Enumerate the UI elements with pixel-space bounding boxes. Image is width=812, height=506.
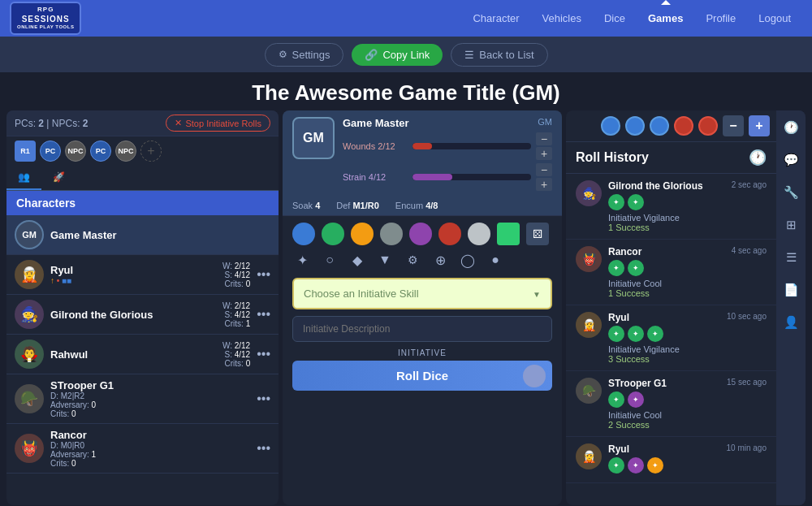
back-to-list-label: Back to List bbox=[479, 49, 533, 61]
roll-item-gilrond: 🧙 Gilrond the Glorious 2 sec ago ✦ ✦ Ini… bbox=[566, 174, 776, 240]
char-item-ryul[interactable]: 🧝 Ryul ↑ • ■■ W: 2/12 S: 4/12 Crits: 0 •… bbox=[6, 255, 279, 295]
initiative-skill-select[interactable]: Choose an Initiative Skill bbox=[294, 279, 551, 308]
sidebar-icon-user[interactable]: 👤 bbox=[780, 312, 801, 333]
wounds-controls: − + bbox=[536, 132, 552, 160]
char-item-rancor[interactable]: 👹 Rancor D: M0|R0 Adversary: 1 Crits: 0 … bbox=[6, 424, 279, 474]
ctrl-circle-blue-3[interactable] bbox=[650, 116, 669, 136]
dice-blue[interactable] bbox=[292, 223, 315, 245]
ryul2-roll-name: Ryul bbox=[608, 443, 629, 455]
sym-circle[interactable]: ○ bbox=[320, 250, 339, 270]
char-item-gm[interactable]: GM Game Master bbox=[6, 215, 279, 255]
dice-white[interactable] bbox=[468, 223, 490, 245]
sym-ellipse[interactable]: ◯ bbox=[458, 250, 477, 270]
tab-characters[interactable]: 👥 bbox=[6, 166, 41, 190]
token-r1[interactable]: R1 bbox=[15, 141, 36, 162]
token-npc-2[interactable]: NPC bbox=[115, 141, 136, 162]
def-stat: Def M1/R0 bbox=[336, 201, 379, 210]
roll-history-title: Roll History bbox=[576, 150, 649, 165]
sidebar-icon-grid[interactable]: ⊞ bbox=[780, 214, 801, 236]
main-layout: PCs: 2 | NPCs: 2 ✕ Stop Initiative Rolls… bbox=[6, 110, 806, 505]
roll-dice-button[interactable]: Roll Dice bbox=[292, 361, 552, 391]
nav-games[interactable]: Games bbox=[637, 0, 694, 37]
strain-minus[interactable]: − bbox=[536, 163, 552, 176]
nav-character[interactable]: Character bbox=[461, 0, 530, 37]
strooper-roll-info: STrooper G1 15 sec ago ✦ ✦ Initiative Co… bbox=[608, 378, 767, 430]
sym-triangle[interactable]: ▼ bbox=[375, 250, 395, 270]
nav-profile[interactable]: Profile bbox=[694, 0, 747, 37]
ryul-roll-time: 10 sec ago bbox=[727, 312, 767, 323]
initiative-desc-section bbox=[283, 313, 562, 345]
gm-badge: GM bbox=[538, 117, 552, 129]
sidebar-icon-history[interactable]: 🕐 bbox=[780, 117, 801, 138]
rancor-roll-type: Initiative Cool bbox=[608, 279, 767, 288]
copy-link-button[interactable]: 🔗 Copy Link bbox=[352, 44, 443, 66]
ryul-info: Ryul ↑ • ■■ bbox=[50, 264, 216, 285]
dice-extra[interactable] bbox=[497, 223, 520, 245]
nav-games-container: Games bbox=[637, 0, 694, 37]
ryul-roll-result: 3 Success bbox=[608, 354, 767, 364]
wounds-plus[interactable]: + bbox=[536, 147, 552, 160]
strain-plus[interactable]: + bbox=[536, 178, 552, 191]
rahwul-more[interactable]: ••• bbox=[257, 347, 270, 361]
gilrond-roll-info: Gilrond the Glorious 2 sec ago ✦ ✦ Initi… bbox=[608, 180, 767, 232]
ctrl-circle-blue-1[interactable] bbox=[601, 116, 620, 136]
dice-yellow[interactable] bbox=[351, 223, 374, 245]
gilrond-roll-time: 2 sec ago bbox=[732, 180, 767, 192]
sidebar-icon-tools[interactable]: 🔧 bbox=[780, 182, 801, 203]
rocket-icon: 🚀 bbox=[53, 171, 65, 183]
ryul-more[interactable]: ••• bbox=[257, 267, 270, 282]
nav-logout[interactable]: Logout bbox=[747, 0, 802, 37]
sym-diamond[interactable]: ◆ bbox=[348, 250, 367, 270]
token-row: R1 PC NPC PC NPC + bbox=[6, 136, 279, 166]
dice-purple[interactable] bbox=[409, 223, 432, 245]
right-panel: − + Roll History 🕐 🧙 Gilrond the Gloriou… bbox=[566, 110, 806, 505]
nav-dice[interactable]: Dice bbox=[593, 0, 637, 37]
char-item-gilrond[interactable]: 🧙 Gilrond the Glorious W: 2/12 S: 4/12 C… bbox=[6, 295, 279, 335]
wounds-minus[interactable]: − bbox=[536, 132, 552, 145]
token-npc-1[interactable]: NPC bbox=[65, 141, 86, 162]
sym-gear[interactable]: ⚙ bbox=[403, 250, 422, 270]
sidebar-icon-note[interactable]: 📄 bbox=[780, 279, 801, 301]
ctrl-plus-btn[interactable]: + bbox=[749, 115, 770, 136]
ryul-roll-name: Ryul bbox=[608, 312, 629, 323]
dice-red[interactable] bbox=[438, 223, 461, 245]
sidebar-icon-chat[interactable]: 💬 bbox=[780, 149, 801, 171]
ctrl-minus-btn[interactable]: − bbox=[723, 115, 744, 136]
ctrl-circle-red-1[interactable] bbox=[674, 116, 693, 136]
gilrond-dice-result: ✦ ✦ bbox=[608, 194, 767, 210]
sidebar-icon-list[interactable]: ☰ bbox=[780, 247, 801, 268]
sym-star[interactable]: ✦ bbox=[292, 250, 312, 270]
token-add[interactable]: + bbox=[140, 141, 162, 162]
ryul-avatar: 🧝 bbox=[15, 260, 44, 289]
initiative-description-input[interactable] bbox=[292, 316, 552, 342]
rancor-more[interactable]: ••• bbox=[257, 441, 270, 456]
ryul-name: Ryul bbox=[50, 264, 216, 276]
nav-vehicles[interactable]: Vehicles bbox=[531, 0, 593, 37]
sym-dot[interactable]: ● bbox=[486, 250, 505, 270]
dice-special-icon[interactable]: ⚄ bbox=[526, 223, 549, 245]
roll-history-icon[interactable]: 🕐 bbox=[749, 149, 767, 167]
tab-rocket[interactable]: 🚀 bbox=[41, 166, 76, 190]
stop-initiative-button[interactable]: ✕ Stop Initiative Rolls bbox=[166, 115, 270, 132]
roll-item-ryul2: 🧝 Ryul 10 min ago ✦ ✦ ✦ bbox=[566, 437, 776, 483]
settings-icon: ⚙ bbox=[279, 49, 287, 60]
ctrl-circle-red-2[interactable] bbox=[698, 116, 718, 136]
char-item-strooper[interactable]: 🪖 STrooper G1 D: M2|R2 Adversary: 0 Crit… bbox=[6, 374, 279, 424]
gilrond-roll-result: 1 Success bbox=[608, 223, 767, 232]
back-to-list-button[interactable]: ☰ Back to List bbox=[451, 43, 547, 67]
characters-header: Characters bbox=[6, 191, 279, 215]
gm-char-name: Game Master bbox=[50, 229, 117, 241]
initiative-label: INITIATIVE bbox=[292, 348, 552, 357]
roll-item-strooper: 🪖 STrooper G1 15 sec ago ✦ ✦ Initiative … bbox=[566, 371, 776, 437]
dice-gray[interactable] bbox=[380, 223, 403, 245]
settings-button[interactable]: ⚙ Settings bbox=[265, 43, 344, 67]
token-pc-2[interactable]: PC bbox=[90, 141, 111, 162]
roll-item-rancor: 👹 Rancor 4 sec ago ✦ ✦ Initiative Cool 1… bbox=[566, 240, 776, 305]
ctrl-circle-blue-2[interactable] bbox=[625, 116, 645, 136]
token-pc-1[interactable]: PC bbox=[40, 141, 61, 162]
strooper-more[interactable]: ••• bbox=[257, 391, 270, 406]
char-item-rahwul[interactable]: 🧛 Rahwul W: 2/12 S: 4/12 Crits: 0 ••• bbox=[6, 335, 279, 374]
gilrond-more[interactable]: ••• bbox=[257, 307, 270, 322]
sym-circle2[interactable]: ⊕ bbox=[430, 250, 450, 270]
dice-green[interactable] bbox=[322, 223, 344, 245]
